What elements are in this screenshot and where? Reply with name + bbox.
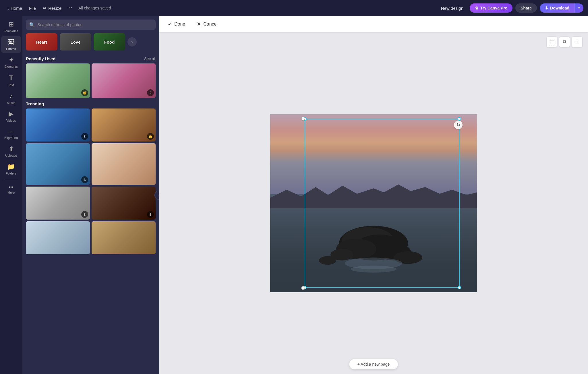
sidebar-divider	[4, 180, 18, 180]
share-label: Share	[521, 6, 532, 10]
canvas-top-icons: ⬚ ⧉ +	[547, 37, 582, 47]
rotate-handle[interactable]: ↻	[454, 121, 463, 129]
music-icon: ♪	[9, 92, 13, 100]
resize-button[interactable]: ⇔ Resize	[40, 4, 64, 12]
done-button[interactable]: ✓ Done	[165, 19, 188, 29]
crown-icon: ♛	[475, 6, 479, 10]
sidebar-item-more[interactable]: ••• More	[1, 182, 21, 197]
cancel-button[interactable]: ✕ Cancel	[194, 19, 220, 29]
file-button[interactable]: File	[26, 4, 39, 12]
search-bar: 🔍	[26, 20, 156, 30]
download-icon: ⬇	[545, 6, 548, 10]
canvas-add-button[interactable]: +	[572, 37, 582, 47]
crown-badge-friends: 👑	[147, 133, 154, 140]
sidebar-item-music[interactable]: ♪ Music	[1, 90, 21, 107]
sidebar-item-folders[interactable]: 📁 Folders	[1, 161, 21, 177]
pound-badge-sink: £	[81, 211, 88, 218]
resize-label: Resize	[48, 6, 61, 11]
outer-handle-bl[interactable]	[301, 286, 305, 290]
home-button[interactable]: ‹ Home	[5, 4, 25, 12]
canvas-frame-button[interactable]: ⬚	[547, 37, 557, 47]
trending-photo-baker[interactable]	[92, 221, 156, 254]
photos-icon: 🖼	[8, 38, 14, 46]
resize-icon: ⇔	[43, 5, 47, 11]
done-cancel-bar: ✓ Done ✕ Cancel	[159, 16, 588, 32]
done-label: Done	[174, 22, 185, 27]
music-label: Music	[7, 101, 15, 104]
chevron-left-icon: ‹	[7, 6, 9, 11]
recently-photo-leaf[interactable]: 👑	[26, 63, 90, 98]
download-label: Download	[550, 6, 569, 10]
sidebar-item-photos[interactable]: 🖼 Photos	[1, 36, 21, 53]
uploads-label: Uploads	[5, 154, 17, 157]
try-pro-label: Try Canva Pro	[480, 6, 507, 10]
more-label: More	[7, 191, 15, 194]
chevron-down-icon: ▾	[578, 6, 580, 10]
undo-button[interactable]: ↩	[65, 4, 75, 12]
chip-love[interactable]: Love	[60, 33, 91, 51]
chip-food[interactable]: Food	[94, 33, 125, 51]
trending-header: Trending	[26, 101, 156, 106]
image-container	[270, 114, 477, 292]
outer-handle-tl[interactable]	[301, 117, 305, 121]
cancel-label: Cancel	[203, 22, 218, 27]
add-page-button[interactable]: + Add a new page	[349, 359, 398, 369]
main-area: ⊞ Templates 🖼 Photos ✦ Elements T Text ♪…	[0, 16, 588, 374]
landscape-photo[interactable]	[270, 114, 477, 292]
x-icon: ✕	[197, 21, 201, 27]
chip-heart[interactable]: Heart	[26, 33, 57, 51]
recently-photo-roses[interactable]: £	[92, 63, 156, 98]
topbar: ‹ Home File ⇔ Resize ↩ All changes saved…	[0, 0, 588, 16]
trending-title: Trending	[26, 101, 44, 106]
file-label: File	[29, 6, 36, 11]
sidebar-item-templates[interactable]: ⊞ Templates	[1, 18, 21, 35]
sidebar-item-videos[interactable]: ▶ Videos	[1, 108, 21, 125]
background-label: Bkground	[4, 136, 18, 139]
pound-badge: £	[147, 89, 154, 96]
sidebar-item-background[interactable]: ▭ Bkground	[1, 126, 21, 142]
videos-icon: ▶	[9, 110, 13, 118]
rotate-icon: ↻	[457, 122, 460, 127]
crown-badge: 👑	[81, 89, 88, 96]
folders-label: Folders	[6, 172, 16, 175]
recently-used-header: Recently Used See all	[26, 56, 156, 61]
trending-grid: £ 👑 £ £ £	[26, 108, 156, 254]
download-button[interactable]: ⬇ Download	[540, 3, 575, 13]
try-pro-button[interactable]: ♛ Try Canva Pro	[470, 3, 512, 13]
trending-photo-cooking[interactable]: £	[26, 108, 90, 142]
trending-photo-window[interactable]	[26, 221, 90, 254]
templates-label: Templates	[4, 29, 18, 33]
search-input[interactable]	[37, 20, 152, 30]
canvas-workspace: ⬚ ⧉ +	[159, 32, 588, 374]
sidebar-item-text[interactable]: T Text	[1, 72, 21, 89]
elements-icon: ✦	[9, 56, 14, 64]
background-icon: ▭	[8, 128, 14, 135]
new-design-label: New design	[441, 6, 463, 11]
design-canvas: ↻	[270, 114, 477, 292]
chips-next-arrow[interactable]: ›	[127, 37, 137, 46]
trending-photo-friends[interactable]: 👑	[92, 108, 156, 142]
more-icon: •••	[9, 185, 13, 190]
topbar-right: New design ♛ Try Canva Pro Share ⬇ Downl…	[438, 3, 583, 13]
svg-point-10	[351, 266, 396, 272]
trending-photo-person[interactable]	[92, 143, 156, 185]
download-group: ⬇ Download ▾	[540, 3, 583, 13]
canvas-duplicate-button[interactable]: ⧉	[559, 37, 570, 47]
trending-photo-earth[interactable]: £	[26, 143, 90, 185]
topbar-left: ‹ Home File ⇔ Resize ↩ All changes saved	[5, 4, 111, 12]
text-icon: T	[9, 74, 13, 82]
trending-photo-fireplace[interactable]: £	[92, 187, 156, 220]
share-button[interactable]: Share	[515, 3, 537, 13]
panel-scroll: Recently Used See all 👑 £ Trending	[22, 53, 159, 374]
sidebar-item-elements[interactable]: ✦ Elements	[1, 54, 21, 71]
canvas-area: ✓ Done ✕ Cancel ⬚ ⧉ +	[159, 16, 588, 374]
pound-badge-cooking: £	[81, 133, 88, 140]
trending-photo-sink[interactable]: £	[26, 187, 90, 220]
sidebar-item-uploads[interactable]: ⬆ Uploads	[1, 143, 21, 160]
see-all-button[interactable]: See all	[144, 57, 156, 61]
chip-love-label: Love	[60, 33, 91, 51]
new-design-button[interactable]: New design	[438, 4, 467, 12]
duplicate-icon: ⧉	[563, 39, 566, 44]
download-chevron-button[interactable]: ▾	[575, 3, 583, 13]
text-label: Text	[8, 83, 14, 87]
